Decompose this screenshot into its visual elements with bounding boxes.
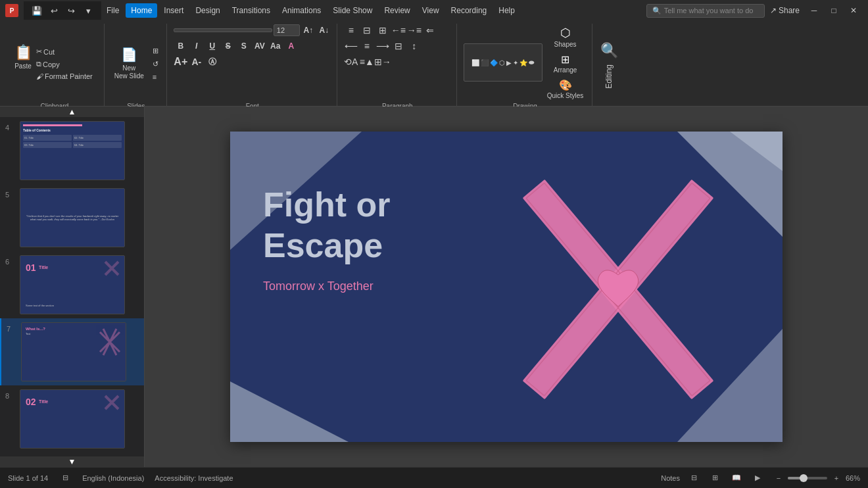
columns-button[interactable]: ⊞ bbox=[375, 24, 390, 37]
zoom-control: − + 66% bbox=[772, 472, 860, 485]
title-bar-right: 🔍 Tell me what you want to do ↗ Share ─ … bbox=[646, 3, 863, 18]
format-painter-button[interactable]: 🖌 Format Painter bbox=[34, 71, 95, 82]
align-left-button[interactable]: ⟵ bbox=[344, 39, 358, 53]
scroll-down-button[interactable]: ▼ bbox=[0, 456, 144, 467]
drawing-group: ⬜⬛ 🔷⬡ ▶✦ ⭐⬬ ⬡ Shapes ⊞ Arrange bbox=[458, 24, 593, 110]
menu-review[interactable]: Review bbox=[379, 3, 415, 18]
quick-access-toolbar: 💾 ↩ ↪ ▾ bbox=[24, 1, 101, 20]
cut-button[interactable]: ✂ Cut bbox=[34, 46, 95, 57]
search-placeholder: Tell me what you want to do bbox=[664, 7, 754, 14]
menu-home[interactable]: Home bbox=[126, 3, 157, 18]
numbering-button[interactable]: ⊟ bbox=[360, 24, 374, 37]
notes-button[interactable]: Notes bbox=[661, 474, 680, 482]
normal-view-button[interactable]: ⊟ bbox=[688, 472, 701, 485]
strikethrough-button[interactable]: S bbox=[221, 39, 235, 53]
rtl-button[interactable]: ⇐ bbox=[423, 24, 437, 37]
editing-group: 🔍 Editing bbox=[594, 24, 624, 110]
increase-font-button[interactable]: A↑ bbox=[301, 24, 316, 37]
slide-item-4[interactable]: 4 Table of Contents 01. Title 02. Title … bbox=[0, 117, 144, 184]
slide-item-6[interactable]: 6 01 Title Some text of the section bbox=[0, 251, 144, 318]
align-right-button[interactable]: ⟶ bbox=[375, 39, 390, 53]
slide-item-8[interactable]: 8 02 Title bbox=[0, 385, 144, 452]
slideshow-button[interactable]: ▶ bbox=[751, 472, 764, 485]
menu-recording[interactable]: Recording bbox=[446, 3, 493, 18]
zoom-out-button[interactable]: − bbox=[772, 472, 785, 485]
change-case-button[interactable]: Aa bbox=[268, 39, 283, 53]
accessibility-status[interactable]: Accessibility: Investigate bbox=[155, 474, 233, 482]
bold-button[interactable]: B bbox=[174, 39, 188, 53]
line-spacing-button[interactable]: ↕ bbox=[407, 39, 422, 53]
zoom-slider[interactable] bbox=[788, 477, 827, 479]
underline-button[interactable]: U bbox=[205, 39, 220, 53]
font-size-up-button[interactable]: A+ bbox=[174, 55, 188, 68]
justify-button[interactable]: ⊟ bbox=[391, 39, 406, 53]
share-button[interactable]: ↗ Share bbox=[770, 6, 800, 15]
editing-group-top: 🔍 Editing bbox=[599, 24, 619, 110]
smartart-button[interactable]: ⊞→ bbox=[375, 55, 390, 68]
slide-title: Fight or Escape bbox=[263, 184, 391, 266]
scroll-up-button[interactable]: ▲ bbox=[0, 107, 144, 117]
font-size-input[interactable]: 12 bbox=[274, 24, 300, 36]
slides-group-top: 📄 New New Slide ⊞ ↺ ≡ bbox=[111, 24, 161, 101]
copy-button[interactable]: ⧉ Copy bbox=[34, 59, 95, 70]
slide-number-8: 8 bbox=[5, 389, 16, 400]
align-text-button[interactable]: ≡▲ bbox=[360, 55, 374, 68]
italic-button[interactable]: I bbox=[189, 39, 204, 53]
slide-item-5[interactable]: 5 "I believe that if you don't see the r… bbox=[0, 184, 144, 251]
new-slide-button[interactable]: 📄 New New Slide bbox=[111, 43, 147, 82]
shapes-button[interactable]: ⬡ Shapes bbox=[544, 24, 587, 50]
menu-design[interactable]: Design bbox=[190, 3, 225, 18]
section-icon: ≡ bbox=[153, 73, 157, 81]
clear-format-button[interactable]: Ⓐ bbox=[205, 55, 220, 68]
zoom-thumb[interactable] bbox=[800, 474, 808, 482]
section-button[interactable]: ≡ bbox=[150, 72, 161, 82]
search-icon-ribbon[interactable]: 🔍 bbox=[600, 42, 618, 59]
menu-insert[interactable]: Insert bbox=[158, 3, 189, 18]
slide-number-5: 5 bbox=[5, 188, 16, 199]
menu-view[interactable]: View bbox=[417, 3, 445, 18]
menu-slideshow[interactable]: Slide Show bbox=[327, 3, 377, 18]
font-name-input[interactable] bbox=[174, 28, 272, 32]
char-spacing-button[interactable]: AV bbox=[253, 39, 267, 53]
decrease-indent-button[interactable]: ←≡ bbox=[391, 24, 406, 37]
paste-button[interactable]: 📋 Paste ✂ Cut ⧉ Copy 🖌 bbox=[11, 41, 99, 84]
maximize-button[interactable]: □ bbox=[825, 3, 843, 18]
slide-sorter-button[interactable]: ⊞ bbox=[709, 472, 722, 485]
menu-file[interactable]: File bbox=[101, 3, 124, 18]
shadow-button[interactable]: S bbox=[237, 39, 251, 53]
decrease-font-button[interactable]: A↓ bbox=[317, 24, 331, 37]
slide-item-7[interactable]: 7 What Is...? Text bbox=[0, 318, 144, 385]
slide-thumbnail-8: 02 Title bbox=[20, 389, 125, 449]
align-center-button[interactable]: ≡ bbox=[360, 39, 374, 53]
redo-button[interactable]: ↪ bbox=[63, 3, 79, 18]
reading-view-button[interactable]: 📖 bbox=[730, 472, 743, 485]
menu-animations[interactable]: Animations bbox=[277, 3, 326, 18]
customize-qa-button[interactable]: ▾ bbox=[80, 3, 96, 18]
slides-group: 📄 New New Slide ⊞ ↺ ≡ Slides bbox=[106, 24, 167, 110]
slide-panel-toggle[interactable]: ⊟ bbox=[59, 472, 72, 485]
close-button[interactable]: ✕ bbox=[844, 3, 863, 18]
font-size-down-button[interactable]: A- bbox=[189, 55, 204, 68]
increase-indent-button[interactable]: →≡ bbox=[407, 24, 422, 37]
font-color-button[interactable]: A bbox=[284, 39, 299, 53]
menu-transitions[interactable]: Transitions bbox=[227, 3, 276, 18]
slide-layout-button[interactable]: ⊞ bbox=[150, 45, 161, 57]
slide-frame[interactable]: Fight or Escape Tomorrow x Together bbox=[230, 132, 783, 442]
slide-canvas: Fight or Escape Tomorrow x Together bbox=[145, 107, 868, 467]
arrange-button[interactable]: ⊞ Arrange bbox=[544, 51, 587, 76]
undo-button[interactable]: ↩ bbox=[46, 3, 62, 18]
save-button[interactable]: 💾 bbox=[29, 3, 45, 18]
bullets-button[interactable]: ≡ bbox=[344, 24, 358, 37]
search-box[interactable]: 🔍 Tell me what you want to do bbox=[646, 4, 765, 18]
reset-slide-button[interactable]: ↺ bbox=[150, 59, 161, 70]
quick-styles-button[interactable]: 🎨 Quick Styles bbox=[544, 77, 587, 101]
editing-label[interactable]: Editing bbox=[599, 62, 619, 91]
text-direction-button[interactable]: ⟲A bbox=[344, 55, 358, 68]
zoom-in-button[interactable]: + bbox=[830, 472, 843, 485]
minimize-button[interactable]: ─ bbox=[805, 3, 823, 18]
shapes-gallery[interactable]: ⬜⬛ 🔷⬡ ▶✦ ⭐⬬ bbox=[464, 43, 542, 82]
menu-help[interactable]: Help bbox=[493, 3, 520, 18]
svg-marker-2 bbox=[230, 381, 349, 442]
slide-number-6: 6 bbox=[5, 255, 16, 266]
shapes-icon: ⬡ bbox=[560, 26, 571, 40]
